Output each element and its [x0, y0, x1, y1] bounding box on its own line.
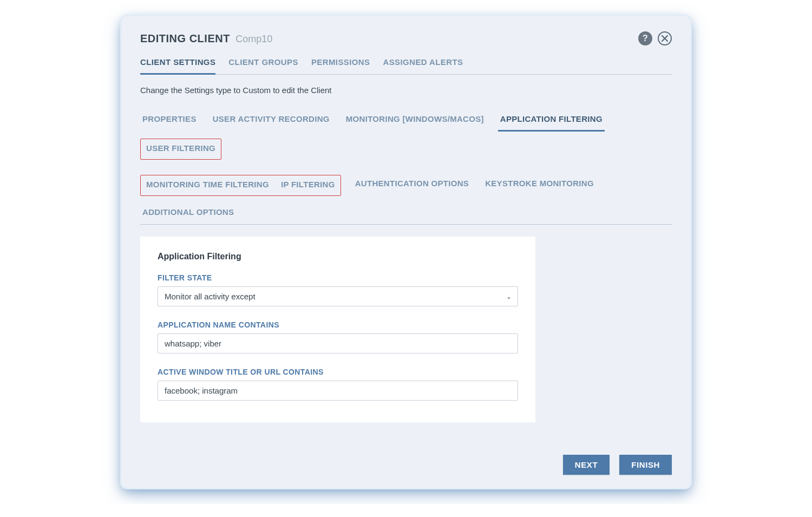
app-name-label: APPLICATION NAME CONTAINS — [158, 320, 518, 329]
header-icons: ? — [638, 31, 672, 45]
next-button[interactable]: NEXT — [563, 455, 610, 475]
subtab-application-filtering[interactable]: APPLICATION FILTERING — [498, 110, 605, 132]
app-name-input[interactable] — [158, 333, 518, 354]
window-title-label: ACTIVE WINDOW TITLE OR URL CONTAINS — [158, 368, 518, 376]
primary-tabs: CLIENT SETTINGS CLIENT GROUPS PERMISSION… — [140, 53, 672, 75]
dialog-subtitle: Comp10 — [235, 34, 272, 44]
subtab-user-activity-recording[interactable]: USER ACTIVITY RECORDING — [211, 110, 332, 132]
subtab-monitoring-os[interactable]: MONITORING [WINDOWS/MACOS] — [344, 110, 486, 132]
tab-permissions[interactable]: PERMISSIONS — [311, 53, 370, 75]
tab-client-groups[interactable]: CLIENT GROUPS — [228, 53, 298, 75]
window-title-input[interactable] — [158, 381, 518, 401]
close-icon[interactable] — [658, 31, 672, 45]
subtab-additional-options[interactable]: ADDITIONAL OPTIONS — [140, 203, 236, 225]
highlight-time-ip-filtering: MONITORING TIME FILTERING IP FILTERING — [140, 175, 341, 196]
dialog-title-wrap: EDITING CLIENT Comp10 — [140, 32, 272, 45]
sub-tabs: PROPERTIES USER ACTIVITY RECORDING MONIT… — [140, 110, 672, 225]
subtab-authentication-options[interactable]: AUTHENTICATION OPTIONS — [353, 174, 471, 196]
filter-state-select-wrap: Monitor all activity except ⌄ — [158, 286, 518, 306]
application-filtering-panel: Application Filtering FILTER STATE Monit… — [140, 237, 535, 422]
filter-state-group: FILTER STATE Monitor all activity except… — [158, 273, 518, 306]
filter-state-select[interactable]: Monitor all activity except — [158, 286, 518, 306]
filter-state-label: FILTER STATE — [158, 273, 518, 282]
app-name-group: APPLICATION NAME CONTAINS — [158, 320, 518, 354]
dialog-footer: NEXT FINISH — [140, 455, 672, 475]
subtab-keystroke-monitoring[interactable]: KEYSTROKE MONITORING — [483, 174, 596, 196]
panel-title: Application Filtering — [158, 252, 518, 261]
subtab-user-filtering[interactable]: USER FILTERING — [146, 141, 215, 155]
dialog-title: EDITING CLIENT — [140, 32, 230, 44]
subtab-monitoring-time-filtering[interactable]: MONITORING TIME FILTERING — [146, 178, 269, 191]
finish-button[interactable]: FINISH — [619, 455, 672, 475]
help-icon[interactable]: ? — [638, 31, 652, 45]
window-title-group: ACTIVE WINDOW TITLE OR URL CONTAINS — [158, 368, 518, 401]
subtab-properties[interactable]: PROPERTIES — [140, 110, 199, 132]
tab-assigned-alerts[interactable]: ASSIGNED ALERTS — [383, 53, 463, 75]
hint-text: Change the Settings type to Custom to ed… — [140, 86, 672, 95]
editing-client-dialog: EDITING CLIENT Comp10 ? CLIENT SETTINGS … — [122, 16, 690, 488]
tab-client-settings[interactable]: CLIENT SETTINGS — [140, 53, 215, 75]
dialog-header: EDITING CLIENT Comp10 ? — [140, 31, 672, 45]
highlight-user-filtering: USER FILTERING — [140, 139, 221, 160]
subtab-ip-filtering[interactable]: IP FILTERING — [281, 178, 335, 191]
